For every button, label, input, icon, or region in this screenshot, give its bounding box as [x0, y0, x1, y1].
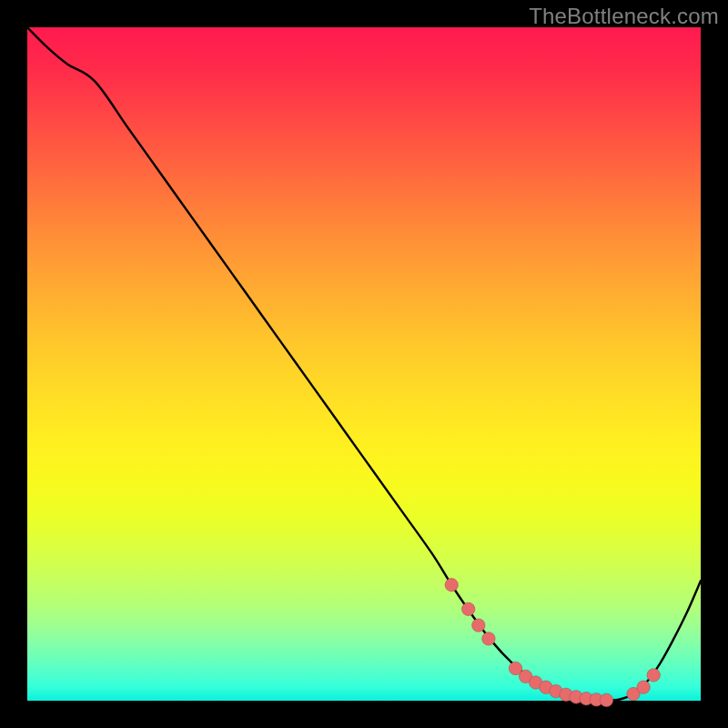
chart-frame: TheBottleneck.com	[0, 0, 728, 728]
highlight-dot	[472, 619, 485, 632]
highlight-dot	[445, 579, 458, 592]
highlight-dot	[647, 669, 660, 682]
highlight-dot	[637, 681, 650, 693]
bottleneck-curve	[27, 27, 701, 701]
highlight-dots	[445, 579, 660, 707]
highlight-dot	[482, 632, 495, 645]
highlight-dot	[462, 602, 475, 615]
curve-layer	[27, 27, 701, 701]
plot-area	[27, 27, 701, 701]
watermark-text: TheBottleneck.com	[529, 4, 719, 29]
highlight-dot	[600, 693, 612, 706]
